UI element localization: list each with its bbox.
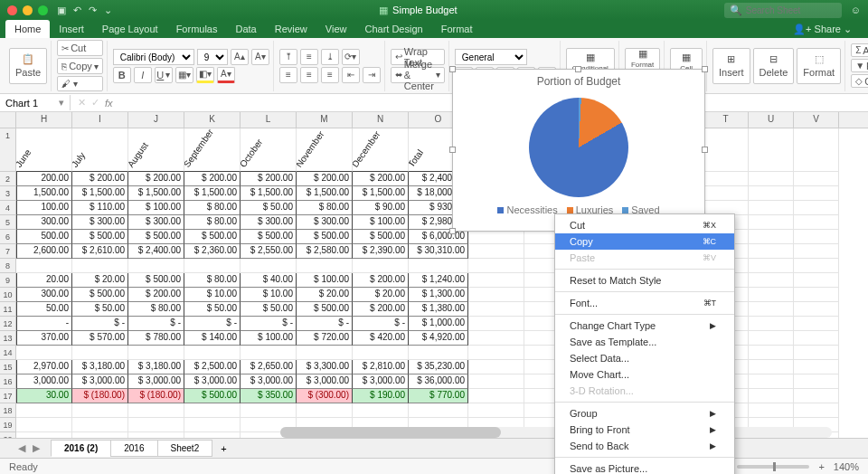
cell[interactable]: $ 500.00: [72, 288, 128, 302]
cell[interactable]: $ 720.00: [297, 331, 353, 346]
cell[interactable]: $ 20.00: [297, 288, 353, 302]
cell[interactable]: [184, 346, 241, 360]
cell[interactable]: $ 40.00: [241, 273, 297, 288]
ribbon-tab-formulas[interactable]: Formulas: [167, 20, 227, 38]
cell[interactable]: $ 1,500.00: [72, 186, 128, 201]
cell[interactable]: [409, 346, 468, 360]
cell[interactable]: [241, 259, 297, 273]
share-button[interactable]: 👤+ Share ⌄: [784, 20, 861, 39]
menu-item-reset-to-match-style[interactable]: Reset to Match Style: [555, 272, 734, 289]
cell[interactable]: $ 1,380.00: [409, 302, 468, 317]
cell[interactable]: [468, 346, 524, 360]
cell[interactable]: [16, 403, 72, 418]
align-left-button[interactable]: ≡: [279, 67, 297, 83]
cell[interactable]: $ 200.00: [353, 273, 409, 288]
cell[interactable]: 1,500.00: [16, 186, 72, 201]
cell[interactable]: $ 10.00: [184, 288, 241, 302]
cell[interactable]: [184, 259, 241, 273]
close-dot[interactable]: [7, 5, 17, 15]
cell[interactable]: 200.00: [16, 172, 72, 186]
cell[interactable]: $ 2,390.00: [353, 244, 409, 259]
clear-button[interactable]: ◇ Clear ▾: [851, 74, 868, 88]
font-size-select[interactable]: 9: [197, 49, 228, 65]
cell[interactable]: [749, 273, 794, 288]
menu-item-save-as-picture-[interactable]: Save as Picture...: [555, 460, 734, 474]
merge-center-button[interactable]: ⬌ Merge & Center ▾: [391, 67, 445, 83]
cell[interactable]: [749, 302, 794, 317]
cell[interactable]: [794, 244, 839, 259]
cell[interactable]: [794, 346, 839, 360]
dec-indent-button[interactable]: ⇤: [342, 67, 360, 83]
zoom-level[interactable]: 140%: [834, 461, 859, 472]
col-header[interactable]: M: [297, 112, 353, 128]
cell[interactable]: -: [16, 317, 72, 331]
cell[interactable]: $ 2,400.00: [128, 244, 184, 259]
cell[interactable]: $ 300.00: [241, 215, 297, 230]
cell[interactable]: $ 500.00: [128, 273, 184, 288]
cell[interactable]: $ 200.00: [184, 172, 241, 186]
cell[interactable]: [128, 418, 184, 432]
cell[interactable]: 300.00: [16, 215, 72, 230]
cell[interactable]: 20.00: [16, 273, 72, 288]
cell[interactable]: [468, 288, 524, 302]
spreadsheet-grid[interactable]: HIJKLMNOPQRSTUV 123456789101112131415161…: [0, 112, 868, 438]
insert-cells-button[interactable]: ⊞Insert: [712, 48, 750, 84]
tab-nav-right[interactable]: ▶: [33, 442, 40, 454]
cell[interactable]: [468, 317, 524, 331]
month-header[interactable]: September: [184, 128, 241, 172]
cell[interactable]: $ 50.00: [241, 302, 297, 317]
cell[interactable]: $ 3,180.00: [128, 360, 184, 374]
cell[interactable]: $ 100.00: [128, 201, 184, 215]
cell[interactable]: 500.00: [16, 230, 72, 244]
cell[interactable]: [468, 403, 524, 418]
menu-item-send-to-back[interactable]: Send to Back▶: [555, 438, 734, 454]
cell[interactable]: [794, 331, 839, 346]
month-header[interactable]: November: [297, 128, 353, 172]
qat-more-icon[interactable]: ⌄: [104, 5, 112, 16]
cut-button[interactable]: ✂ Cut: [57, 40, 103, 56]
cell[interactable]: [72, 346, 128, 360]
ribbon-tab-format[interactable]: Format: [432, 20, 482, 38]
cell[interactable]: [749, 403, 794, 418]
cell[interactable]: $ 500.00: [184, 230, 241, 244]
cell[interactable]: $ (300.00): [297, 389, 353, 403]
cell[interactable]: [297, 403, 353, 418]
cell[interactable]: [468, 302, 524, 317]
search-box[interactable]: 🔍: [724, 3, 842, 18]
cell[interactable]: [72, 403, 128, 418]
cell[interactable]: $ 770.00: [409, 389, 468, 403]
format-cells-button[interactable]: ⬚Format: [797, 48, 841, 84]
cell[interactable]: [794, 230, 839, 244]
orientation-button[interactable]: ⟳▾: [342, 49, 360, 65]
bold-button[interactable]: B: [113, 67, 131, 83]
number-format-select[interactable]: General: [455, 49, 527, 65]
month-header[interactable]: August: [128, 128, 184, 172]
cell[interactable]: $ 1,240.00: [409, 273, 468, 288]
cell[interactable]: $ (180.00): [72, 389, 128, 403]
cell[interactable]: $ 100.00: [241, 331, 297, 346]
cell[interactable]: 2,970.00: [16, 360, 72, 374]
month-header[interactable]: December: [353, 128, 409, 172]
cell[interactable]: 3,000.00: [16, 374, 72, 389]
cell[interactable]: $ 3,300.00: [297, 360, 353, 374]
cell[interactable]: $ 200.00: [72, 172, 128, 186]
col-header[interactable]: N: [353, 112, 409, 128]
cell[interactable]: [749, 331, 794, 346]
cell[interactable]: $ 80.00: [297, 201, 353, 215]
menu-item-change-chart-type[interactable]: Change Chart Type▶: [555, 318, 734, 334]
cell[interactable]: $ 500.00: [184, 389, 241, 403]
cell[interactable]: [794, 288, 839, 302]
cell[interactable]: [749, 201, 794, 215]
zoom-in-icon[interactable]: +: [818, 461, 824, 472]
user-icon[interactable]: ☺: [851, 5, 861, 15]
cell[interactable]: [749, 244, 794, 259]
min-dot[interactable]: [23, 5, 33, 15]
cell[interactable]: [749, 317, 794, 331]
cell[interactable]: $ 10.00: [241, 288, 297, 302]
cell[interactable]: [749, 186, 794, 201]
cell[interactable]: $ 3,000.00: [353, 374, 409, 389]
enter-icon[interactable]: ✓: [91, 97, 99, 109]
cell[interactable]: [128, 346, 184, 360]
cell[interactable]: $ 1,500.00: [128, 186, 184, 201]
month-header[interactable]: July: [72, 128, 128, 172]
